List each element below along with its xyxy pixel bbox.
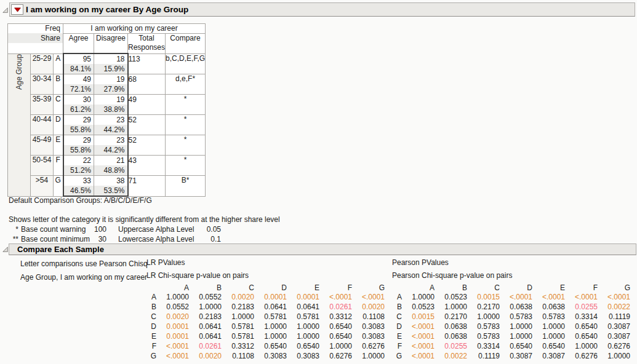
matrix-subtitle: LR Chi-square p-value on pairs	[146, 271, 385, 283]
age-range-cell[interactable]: 50-54	[31, 156, 54, 176]
disclosure-triangle-icon[interactable]	[2, 7, 9, 14]
pvalue-cell: 0.6540	[319, 322, 352, 331]
legend-label: Lowercase Alpha Level	[106, 234, 193, 244]
freq-value: 38	[94, 176, 127, 186]
legend-label: Uppercase Alpha Level	[106, 224, 193, 234]
red-triangle-menu-icon[interactable]	[11, 4, 23, 15]
disagree-cell[interactable]: 2344.2%	[94, 135, 128, 156]
compare-letters-cell: b,C,D,E,F,G	[166, 53, 206, 74]
agree-cell[interactable]: 3061.2%	[63, 95, 94, 115]
age-group-axis-cell: Age Group	[8, 53, 31, 196]
matrix-row: D0.00010.06410.57811.00001.00000.65400.3…	[146, 322, 385, 331]
lr-pvalue-matrix: ABCDEFGA1.00000.05520.00200.00010.0001<.…	[146, 283, 385, 361]
age-range-cell[interactable]: >54	[31, 176, 54, 197]
pvalue-cell: 0.0015	[402, 312, 435, 322]
matrix-row-label: E	[146, 331, 156, 341]
pvalue-cell: <.0001	[500, 292, 532, 302]
pvalue-cell: 0.3087	[598, 322, 630, 331]
disagree-cell[interactable]: 3853.5%	[94, 176, 128, 197]
default-comparison-groups-note: Default Comparison Groups: A/B/C/D/E/F/G	[9, 196, 152, 205]
pvalue-cell: 1.0000	[287, 322, 319, 331]
share-value: 15.9%	[94, 64, 127, 74]
disagree-cell[interactable]: 2148.8%	[94, 156, 128, 176]
pvalue-cell: 0.0020	[352, 302, 385, 312]
agree-cell[interactable]: 4972.1%	[63, 74, 94, 95]
agree-cell[interactable]: 2955.8%	[63, 115, 94, 135]
pvalue-cell: 0.0001	[156, 331, 189, 341]
share-label: Share	[8, 33, 63, 43]
pvalue-cell: 0.0641	[287, 302, 319, 312]
matrix-col-header: C	[467, 283, 500, 292]
pvalue-cell: 1.0000	[565, 341, 598, 351]
disagree-cell[interactable]: 1815.9%	[94, 53, 128, 74]
matrix-row-label: C	[146, 312, 156, 322]
compare-letters-cell: B*	[166, 176, 206, 197]
pvalue-cell: 0.1108	[222, 351, 254, 361]
pvalue-cell: 0.0261	[189, 341, 222, 351]
pvalue-cell: 1.0000	[532, 322, 565, 331]
pvalue-cell: 0.0641	[254, 302, 287, 312]
pvalue-cell: 0.0638	[532, 302, 565, 312]
pvalue-cell: 0.0001	[287, 292, 319, 302]
matrix-col-header: G	[598, 283, 630, 292]
pvalue-cell: 1.0000	[254, 331, 287, 341]
agree-cell[interactable]: 2955.8%	[63, 135, 94, 156]
matrix-title: LR PValues	[146, 257, 385, 271]
pvalue-cell: 1.0000	[435, 302, 467, 312]
table-row: 50-54F2251.2%2148.8%43*	[8, 156, 206, 176]
pearson-pvalue-matrix: ABCDEFGA1.00000.05230.0015<.0001<.0001<.…	[392, 283, 630, 361]
matrix-row-label: G	[392, 351, 402, 361]
age-range-cell[interactable]: 40-44	[31, 115, 54, 135]
pvalue-cell: 1.0000	[254, 322, 287, 331]
agree-cell[interactable]: 3346.5%	[63, 176, 94, 197]
pvalue-cell: <.0001	[598, 292, 630, 302]
col-header-agree: Agree	[63, 34, 94, 54]
row-axis-label: Age Group	[15, 54, 23, 90]
agree-cell[interactable]: 9584.1%	[63, 53, 94, 74]
matrix-col-header: B	[189, 283, 222, 292]
disagree-cell[interactable]: 2344.2%	[94, 115, 128, 135]
share-value: 84.1%	[64, 64, 94, 74]
agree-cell[interactable]: 2251.2%	[63, 156, 94, 176]
matrix-col-header: F	[565, 283, 598, 292]
pearson-pvalues-block: Pearson PValues Pearson Chi-square p-val…	[392, 257, 630, 361]
pvalue-cell: 0.0255	[565, 302, 598, 312]
share-value: 51.2%	[64, 165, 94, 175]
freq-value: 22	[64, 156, 94, 165]
age-range-cell[interactable]: 25-29	[31, 53, 54, 74]
col-header-compare: Compare	[166, 34, 206, 54]
matrix-row: B0.05521.00000.21830.06410.06410.02610.0…	[146, 302, 385, 312]
table-row: 35-39C3061.2%1938.8%49*	[8, 95, 206, 115]
matrix-row: C0.00150.21701.00000.57830.57830.33140.1…	[392, 312, 630, 322]
pvalue-cell: 1.0000	[402, 292, 435, 302]
pvalue-cell: <.0001	[565, 292, 598, 302]
pvalue-cell: 0.2183	[222, 302, 254, 312]
compare-letters-cell: *	[166, 135, 206, 156]
disclosure-triangle-icon[interactable]	[2, 246, 9, 253]
pvalue-cell: 1.0000	[189, 302, 222, 312]
freq-value: 49	[64, 74, 94, 84]
pvalue-cell: <.0001	[156, 351, 189, 361]
share-value: 46.5%	[64, 186, 94, 196]
age-range-cell[interactable]: 45-49	[31, 135, 54, 156]
total-responses-cell: 49	[128, 95, 166, 115]
group-letter-cell: A	[54, 53, 63, 74]
total-responses-cell: 52	[128, 135, 166, 156]
pvalue-cell: <.0001	[402, 341, 435, 351]
age-range-cell[interactable]: 35-39	[31, 95, 54, 115]
matrix-row: E<.00010.06380.57831.00001.00000.65400.3…	[392, 331, 630, 341]
matrix-row-label: B	[392, 302, 402, 312]
disagree-cell[interactable]: 1927.9%	[94, 74, 128, 95]
pvalue-cell: 0.1119	[598, 312, 630, 322]
table-row: 45-49E2955.8%2344.2%52*	[8, 135, 206, 156]
age-range-cell[interactable]: 30-34	[31, 74, 54, 95]
pvalue-cell: 0.6540	[565, 322, 598, 331]
matrix-row: F<.00010.02550.33140.65400.65401.00000.6…	[392, 341, 630, 351]
group-letter-cell: E	[54, 135, 63, 156]
pvalue-cell: 0.5781	[254, 312, 287, 322]
pvalue-cell: 0.6540	[500, 341, 532, 351]
disagree-cell[interactable]: 1938.8%	[94, 95, 128, 115]
pvalue-cell: 0.6540	[565, 331, 598, 341]
pvalue-cell: <.0001	[402, 322, 435, 331]
share-value: 27.9%	[94, 84, 127, 94]
